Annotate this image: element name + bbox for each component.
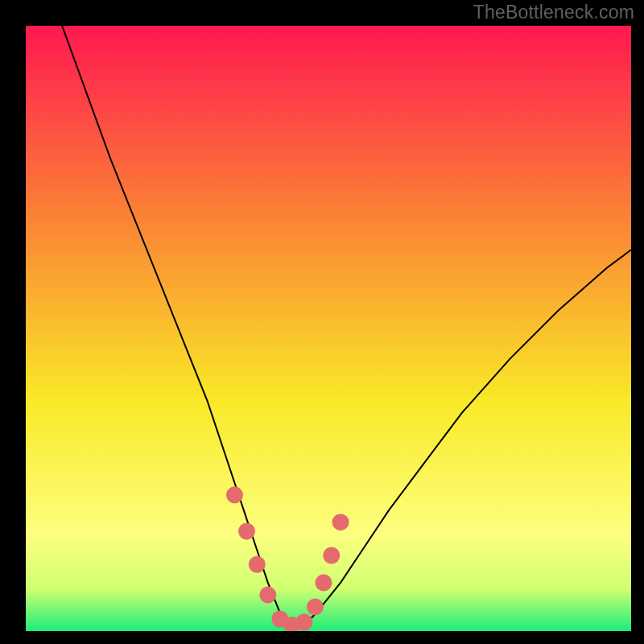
chart-svg bbox=[26, 26, 631, 631]
marker-highlight-marks bbox=[315, 574, 332, 591]
plot-area bbox=[26, 26, 631, 631]
marker-highlight-marks bbox=[332, 514, 349, 530]
chart-container: TheBottleneck.com bbox=[0, 0, 644, 644]
marker-highlight-marks bbox=[259, 586, 276, 603]
marker-highlight-marks bbox=[323, 547, 340, 564]
marker-highlight-marks bbox=[226, 486, 243, 503]
watermark-label: TheBottleneck.com bbox=[473, 2, 634, 23]
marker-highlight-marks bbox=[307, 598, 324, 615]
marker-highlight-marks bbox=[249, 556, 266, 573]
marker-highlight-marks bbox=[295, 613, 312, 630]
marker-highlight-marks bbox=[238, 522, 255, 539]
